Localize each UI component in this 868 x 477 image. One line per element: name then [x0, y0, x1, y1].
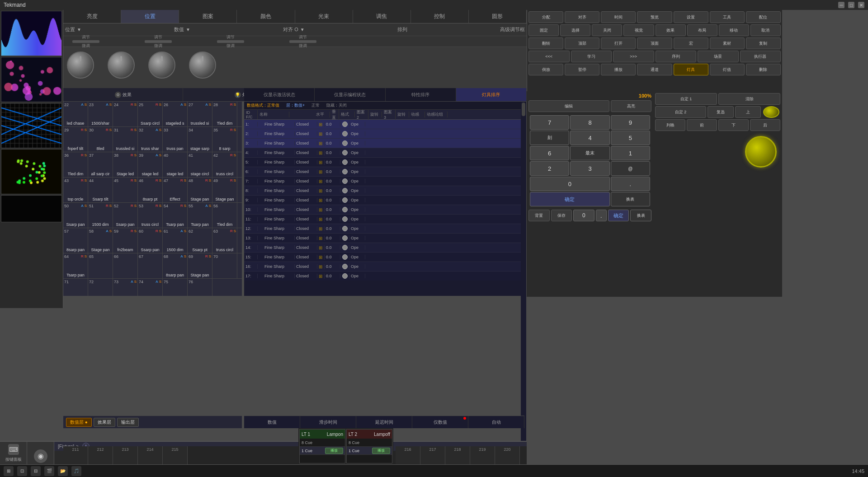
num-7[interactable]: 7	[530, 115, 569, 130]
fixture-cell-44[interactable]: 44Ssarp tilt	[88, 178, 113, 202]
btn-back[interactable]: 后	[750, 119, 780, 131]
fixture-cell-58[interactable]: 58ASStage pan	[88, 228, 113, 253]
fixture-cell-47[interactable]: 47RSEffect	[163, 178, 188, 202]
btn-custom1[interactable]: 自定 1	[655, 93, 717, 105]
btn-confirm[interactable]: 确定	[530, 192, 610, 206]
dp-tab-prog-only[interactable]: 仅显示编程状态	[315, 88, 385, 101]
taskbar-icon-3[interactable]: ⊟	[31, 466, 41, 476]
fixture-cell-39[interactable]: 39ASstage led	[138, 152, 163, 177]
btn-sequence[interactable]: 序列	[656, 51, 697, 62]
num-9[interactable]: 9	[611, 115, 650, 130]
fixture-cell-66[interactable]: 66	[113, 253, 138, 278]
fixture-detail-row[interactable]: 6:Fine SharpClosed⊞0.0Ope	[244, 167, 524, 177]
tab-focus[interactable]: 调焦	[353, 10, 411, 23]
btn-close[interactable]: 关闭	[592, 24, 622, 36]
dp-tab-fixture-sort[interactable]: 灯具排序	[456, 88, 527, 101]
tb-delay-time[interactable]: 延迟时间	[356, 416, 412, 428]
cue-lt2-item2[interactable]: 1 Cue 播放	[347, 447, 392, 455]
thumb-3[interactable]	[1, 103, 62, 148]
btn-next3[interactable]: >>>	[613, 51, 654, 62]
btn-key-panel[interactable]: ⌨ 按键面板	[0, 442, 27, 464]
taskbar-icon-4[interactable]: 🎬	[44, 466, 54, 476]
fixture-cell-24[interactable]: 24RS	[113, 102, 138, 126]
lt1-play-btn[interactable]: 播放	[325, 448, 343, 454]
tb-val-only[interactable]: 仅数值	[412, 416, 468, 428]
btn-up[interactable]: 上	[735, 106, 761, 118]
fixture-cell-22[interactable]: 22ASled chase	[63, 102, 88, 126]
fixture-detail-row[interactable]: 11:Fine SharpClosed⊞0.0Ope	[244, 215, 524, 224]
pb-effect-layer[interactable]: 效果层	[94, 418, 115, 427]
btn-switch-2[interactable]: 换表	[630, 210, 651, 221]
fixture-detail-row[interactable]: 8:Fine SharpClosed⊞0.0Ope	[244, 186, 524, 196]
knob-2[interactable]	[108, 51, 135, 79]
fixture-cell-27[interactable]: 27AStrussled si	[188, 102, 212, 126]
fixture-cell-76[interactable]: 76	[188, 279, 212, 296]
btn-channel[interactable]: 通道	[637, 64, 672, 75]
fixture-cell-34[interactable]: 34stage sarp	[188, 127, 212, 152]
taskbar-icon-5[interactable]: 📂	[58, 466, 68, 476]
thumb-4[interactable]	[1, 149, 62, 194]
fixture-cell-25[interactable]: 25RSSsarp circl	[138, 102, 163, 126]
fixture-cell-71[interactable]: 71	[63, 279, 88, 296]
btn-settings[interactable]: 设置	[674, 11, 708, 23]
fixture-cell-31[interactable]: 31RStrussled si	[113, 127, 138, 152]
num-4[interactable]: 4	[570, 131, 609, 145]
cue-lt2-item1[interactable]: 8 Cue	[347, 439, 392, 447]
dp-tab-active-only[interactable]: 仅显示激活状态	[244, 88, 315, 101]
fixture-cell-63[interactable]: 63RStruss circl	[212, 228, 237, 253]
fixture-detail-row[interactable]: 4:Fine SharpClosed⊞0.0Ope	[244, 148, 524, 158]
btn-effects[interactable]: 效果	[656, 24, 686, 36]
fixture-cell-72[interactable]: 72	[88, 279, 113, 296]
fixture-cell-29[interactable]: 29RSfnperf tilt	[63, 127, 88, 152]
fixture-cell-43[interactable]: 43RStop orcle	[63, 178, 88, 202]
btn-at[interactable]: @	[611, 161, 650, 176]
fixture-cell-64[interactable]: 64RSTsarp pan	[63, 253, 88, 278]
fixture-detail-row[interactable]: 7:Fine SharpClosed⊞0.0Ope	[244, 177, 524, 186]
fixture-detail-row[interactable]: 16:Fine SharpClosed⊞0.0Ope	[244, 262, 524, 271]
fixture-cell-42[interactable]: 42RStruss circl	[212, 152, 237, 177]
fixture-cell-55[interactable]: 55ASTsarp pan	[188, 203, 212, 228]
num-8[interactable]: 8	[570, 115, 609, 130]
pb-val-layer[interactable]: 数值层 ●	[66, 418, 92, 427]
btn-topface[interactable]: 顶面	[637, 37, 672, 49]
fixture-cell-40[interactable]: 40stage led	[163, 152, 188, 177]
btn-prev3[interactable]: <<<	[528, 51, 570, 62]
fixture-cell-59[interactable]: 59RSfn2beam	[113, 228, 138, 253]
num-dot-2[interactable]: .	[596, 210, 607, 221]
btn-layout[interactable]: 布局	[687, 24, 717, 36]
btn-scene[interactable]: 场景	[698, 51, 739, 62]
position-select[interactable]: 位置 ▼	[65, 26, 81, 33]
btn-move[interactable]: 移动	[719, 24, 749, 36]
btn-edit[interactable]: 编辑	[528, 100, 609, 112]
mini-knob[interactable]	[763, 106, 779, 118]
tab-position[interactable]: 位置	[121, 10, 179, 23]
btn-open[interactable]: 打开	[601, 37, 636, 49]
fixture-cell-48[interactable]: 48RSStage pan	[188, 178, 212, 202]
btn-delete[interactable]: 删除	[746, 64, 781, 75]
fixture-cell-56[interactable]: 56Tled dim	[212, 203, 237, 228]
fixture-detail-row[interactable]: 1:Fine SharpClosed⊞0.0Ope	[244, 120, 524, 129]
fixture-detail-row[interactable]: 15:Fine SharpClosed⊞0.0Ope	[244, 253, 524, 262]
big-knob[interactable]	[745, 136, 777, 168]
lt2-play-btn[interactable]: 播放	[372, 448, 390, 454]
btn-material[interactable]: 素材	[710, 37, 745, 49]
pb-out-layer[interactable]: 输出层	[117, 418, 139, 427]
btn-bg[interactable]: 背置	[528, 210, 550, 221]
fixture-cell-23[interactable]: 23AS1500/shar	[88, 102, 113, 126]
fixture-cell-45[interactable]: 45RS	[113, 178, 138, 202]
btn-align[interactable]: 对齐	[565, 11, 599, 23]
num-1[interactable]: 1	[611, 146, 650, 160]
btn-pause[interactable]: 暂停	[565, 64, 599, 75]
btn-switch-table[interactable]: 换表	[611, 192, 650, 206]
num-0[interactable]: 0	[530, 177, 610, 191]
btn-top[interactable]: 顶部	[565, 37, 599, 49]
thumb-1[interactable]	[1, 11, 62, 56]
close-button[interactable]: ✕	[858, 2, 864, 8]
btn-cancel[interactable]: 取消	[750, 24, 781, 36]
btn-review[interactable]: 复选	[708, 106, 734, 118]
num-2[interactable]: 2	[530, 161, 569, 176]
fixture-cell-69[interactable]: 69RSStage pan	[188, 253, 212, 278]
tab-color[interactable]: 颜色	[237, 10, 295, 23]
num-6[interactable]: 6	[530, 146, 569, 160]
fixture-detail-row[interactable]: 9:Fine SharpClosed⊞0.0Ope	[244, 196, 524, 205]
